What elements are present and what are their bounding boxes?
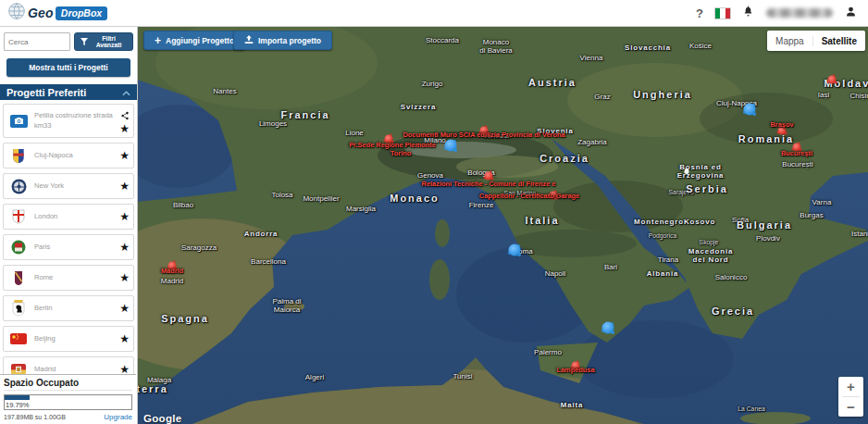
project-item[interactable]: New York★ [3, 173, 134, 199]
logo-text-geo: Geo [28, 6, 54, 20]
storage-panel: Spazio Occupato 19.79% 197.89MB su 1.00G… [0, 374, 136, 424]
favorite-star-icon[interactable]: ★ [119, 123, 130, 134]
map-project-label[interactable]: Relazioni Tecniche - Comune di Firenze e [422, 181, 556, 189]
favorite-star-icon[interactable]: ★ [119, 181, 130, 192]
upload-icon [244, 35, 254, 46]
map-project-label[interactable]: Cappelloni - Certificato Garage [479, 193, 579, 201]
blue-map-marker[interactable] [744, 104, 756, 116]
user-account-icon[interactable] [845, 5, 857, 21]
blue-map-marker[interactable] [602, 322, 614, 334]
help-icon[interactable]: ? [696, 6, 703, 20]
project-label: London [30, 212, 119, 221]
project-item[interactable]: Paris★ [3, 234, 134, 260]
berlin-crest-icon [7, 300, 30, 317]
language-flag-icon[interactable] [715, 8, 730, 19]
map-type-mappa[interactable]: Mappa [767, 36, 812, 46]
project-label: Paris [30, 243, 119, 252]
advanced-filters-label: Filtri Avanzati [91, 35, 127, 48]
favorite-star-icon[interactable]: ★ [119, 303, 130, 314]
map-project-label[interactable]: Torino [391, 150, 411, 158]
map-type-satellite[interactable]: Satellite [812, 36, 865, 46]
map-project-label[interactable]: Lampedusa [556, 367, 594, 375]
storage-percent: 19.79% [6, 401, 29, 409]
zoom-control: + − [838, 377, 863, 417]
add-project-label: Aggiungi Progetto [166, 36, 234, 45]
favorite-star-icon[interactable]: ★ [119, 211, 130, 222]
blue-map-marker[interactable] [509, 244, 521, 256]
project-label: Rome [30, 273, 119, 282]
china-flag-icon [7, 333, 30, 344]
favorites-header[interactable]: Progetti Preferiti [0, 84, 137, 100]
storage-usage-text: 197.89MB su 1.00GB [4, 414, 66, 420]
import-project-label: Importa progetto [258, 36, 321, 45]
project-item[interactable]: Rome★ [3, 265, 134, 291]
map-project-label[interactable]: Brașov [770, 121, 793, 130]
search-input[interactable] [4, 32, 70, 51]
nyc-seal-icon [7, 179, 30, 194]
favorites-header-label: Progetti Preferiti [6, 87, 86, 98]
project-label: Berlin [30, 304, 119, 313]
project-item[interactable]: Beijing★ [3, 326, 134, 352]
london-crest-icon [7, 209, 30, 224]
zoom-in-button[interactable]: + [838, 377, 863, 396]
storage-title: Spazio Occupato [4, 378, 132, 391]
zoom-out-button[interactable]: − [838, 397, 863, 417]
blue-map-marker[interactable] [445, 140, 457, 152]
favorite-star-icon[interactable]: ★ [119, 242, 130, 253]
google-logo: Google [143, 413, 181, 424]
map-project-label[interactable]: București [781, 150, 812, 158]
project-item[interactable]: Berlin★ [3, 295, 134, 321]
notifications-bell-icon[interactable] [742, 5, 754, 21]
upgrade-link[interactable]: Upgrade [104, 413, 132, 421]
red-map-marker[interactable] [828, 76, 837, 84]
camera-icon [7, 115, 30, 128]
project-label: Beijing [30, 334, 119, 343]
chevron-up-icon[interactable] [122, 87, 130, 98]
add-project-button[interactable]: + Aggiungi Progetto [143, 31, 245, 50]
app-logo: Geo DropBox [7, 2, 107, 24]
filter-funnel-icon [81, 38, 88, 46]
logo-text-dropbox: DropBox [56, 6, 107, 20]
sidebar: Filtri Avanzati Mostra tutti i Progetti … [0, 26, 138, 424]
favorite-star-icon[interactable]: ★ [119, 333, 130, 344]
advanced-filters-button[interactable]: Filtri Avanzati [74, 32, 133, 51]
map-project-label[interactable]: Madrid [161, 268, 183, 276]
project-item[interactable]: Petilia costruzione strada km33★ [3, 104, 134, 138]
project-item[interactable]: London★ [3, 204, 134, 230]
project-label: New York [30, 181, 119, 191]
import-project-button[interactable]: Importa progetto [233, 31, 332, 50]
show-all-projects-button[interactable]: Mostra tutti i Progetti [6, 58, 130, 77]
project-label: Petilia costruzione strada km33 [30, 111, 119, 131]
white-map-marker [685, 168, 689, 174]
storage-progressbar: 19.79% [4, 394, 132, 410]
cluj-crest-icon [7, 148, 30, 164]
project-label: Cluj-Napoca [30, 151, 119, 160]
map-canvas[interactable]: NantesFranciaLimogesLioneSvizzeraZurigoS… [137, 26, 868, 424]
paris-crest-icon [7, 240, 30, 255]
favorite-star-icon[interactable]: ★ [119, 272, 130, 283]
project-list: Petilia costruzione strada km33★Cluj-Nap… [0, 100, 137, 382]
favorite-star-icon[interactable]: ★ [119, 150, 130, 161]
map-marker-layer [137, 26, 868, 424]
project-label: Madrid [30, 365, 119, 374]
map-type-toggle: Mappa Satellite [767, 31, 865, 51]
project-item[interactable]: Cluj-Napoca★ [3, 143, 134, 168]
share-icon[interactable] [120, 108, 130, 123]
map-project-label[interactable]: Documenti Muro SCIA edilizia Provincia d… [403, 131, 564, 140]
rome-crest-icon [7, 270, 30, 286]
top-bar: Geo DropBox ? [0, 0, 868, 27]
user-email-redacted [766, 8, 833, 18]
plus-icon: + [155, 35, 161, 46]
storage-progress-fill [5, 395, 30, 400]
globe-icon [7, 2, 26, 24]
